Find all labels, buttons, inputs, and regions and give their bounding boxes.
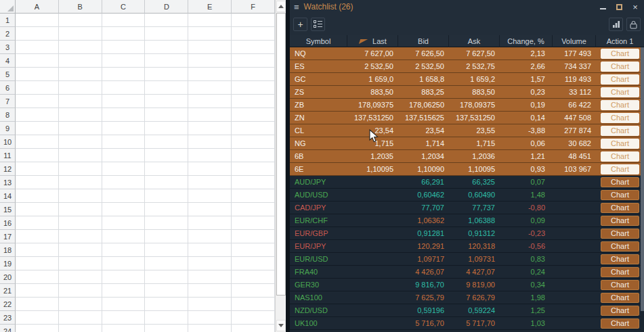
chart-button[interactable]: Chart xyxy=(601,139,639,149)
sheet-cell[interactable] xyxy=(145,14,188,27)
chart-button[interactable]: Chart xyxy=(601,306,639,316)
sheet-cell[interactable] xyxy=(145,189,188,203)
row-header-14[interactable]: 14 xyxy=(0,189,16,203)
add-symbol-button[interactable]: + xyxy=(293,18,307,31)
column-header-B[interactable]: B xyxy=(59,0,102,14)
row-header-5[interactable]: 5 xyxy=(0,68,16,81)
sheet-cell[interactable] xyxy=(145,243,188,257)
watchlist-row-cad-jpy[interactable]: CAD/JPY77,70777,737-0,80Chart xyxy=(290,201,644,214)
sheet-cell[interactable] xyxy=(102,284,146,298)
sheet-cell[interactable] xyxy=(102,149,146,162)
sheet-cell[interactable] xyxy=(188,122,232,135)
sheet-cell[interactable] xyxy=(232,41,275,54)
sheet-cell[interactable] xyxy=(145,230,188,243)
sheet-cell[interactable] xyxy=(232,108,275,122)
minimize-button[interactable] xyxy=(598,2,607,11)
header-bid[interactable]: Bid xyxy=(398,35,449,47)
sheet-cell[interactable] xyxy=(188,95,232,108)
sheet-cell[interactable] xyxy=(16,203,59,216)
sheet-cell[interactable] xyxy=(188,189,232,203)
column-header-D[interactable]: D xyxy=(145,0,188,14)
select-all-corner[interactable] xyxy=(0,0,16,14)
row-header-3[interactable]: 3 xyxy=(0,41,16,54)
chart-button[interactable]: Chart xyxy=(601,62,639,72)
sheet-cell[interactable] xyxy=(102,41,146,54)
row-header-20[interactable]: 20 xyxy=(0,270,16,284)
chart-button[interactable]: Chart xyxy=(601,203,639,213)
sheet-vertical-scrollbar[interactable] xyxy=(275,0,286,332)
sheet-scrollbar-thumb[interactable] xyxy=(276,13,286,295)
sheet-cell[interactable] xyxy=(16,135,59,149)
row-header-1[interactable]: 1 xyxy=(0,14,16,27)
sheet-cell[interactable] xyxy=(145,176,188,189)
header-last[interactable]: Last xyxy=(347,35,398,47)
row-header-8[interactable]: 8 xyxy=(0,108,16,122)
sheet-cell[interactable] xyxy=(188,176,232,189)
chart-button[interactable]: Chart xyxy=(601,126,639,136)
sheet-cell[interactable] xyxy=(188,41,232,54)
column-header-F[interactable]: F xyxy=(232,0,275,14)
row-header-11[interactable]: 11 xyxy=(0,149,16,162)
sheet-cell[interactable] xyxy=(188,270,232,284)
sheet-cell[interactable] xyxy=(102,311,146,325)
watchlist-row-es[interactable]: ES2 532,502 532,502 532,752,66734 337Cha… xyxy=(290,60,644,73)
sheet-cell[interactable] xyxy=(102,108,146,122)
sheet-cell[interactable] xyxy=(59,203,102,216)
watchlist-row-nas100[interactable]: NAS1007 625,797 626,791,98Chart xyxy=(290,291,644,304)
sheet-cell[interactable] xyxy=(188,203,232,216)
sheet-cell[interactable] xyxy=(16,27,59,41)
chart-button[interactable]: Chart xyxy=(601,216,639,226)
sheet-cell[interactable] xyxy=(232,81,275,95)
sheet-cell[interactable] xyxy=(16,122,59,135)
sheet-cell[interactable] xyxy=(102,298,146,311)
sheet-cell[interactable] xyxy=(102,243,146,257)
sheet-cell[interactable] xyxy=(232,176,275,189)
chart-button[interactable]: Chart xyxy=(601,318,639,329)
sheet-cell[interactable] xyxy=(59,54,102,68)
lock-button[interactable] xyxy=(626,18,641,31)
sheet-cell[interactable] xyxy=(232,95,275,108)
sheet-cell[interactable] xyxy=(16,298,59,311)
sheet-cell[interactable] xyxy=(102,176,146,189)
chart-button[interactable]: Chart xyxy=(601,151,639,162)
sheet-cell[interactable] xyxy=(145,162,188,176)
row-header-7[interactable]: 7 xyxy=(0,95,16,108)
chart-button[interactable]: Chart xyxy=(601,177,639,187)
column-header-E[interactable]: E xyxy=(188,0,232,14)
watchlist-titlebar[interactable]: ≡ Watchlist (26) × xyxy=(290,0,644,14)
sheet-cell[interactable] xyxy=(59,284,102,298)
sheet-cell[interactable] xyxy=(59,41,102,54)
sheet-cell[interactable] xyxy=(232,14,275,27)
sheet-cell[interactable] xyxy=(232,122,275,135)
watchlist-row-fra40[interactable]: FRA404 426,074 427,070,24Chart xyxy=(290,266,644,279)
watchlist-row-cl[interactable]: CL23,5423,5423,55-3,88277 874Chart xyxy=(290,124,644,137)
chart-button[interactable]: Chart xyxy=(601,241,639,252)
watchlist-row-gc[interactable]: GC1 659,01 658,81 659,21,57119 493Chart xyxy=(290,73,644,86)
sheet-cell[interactable] xyxy=(232,54,275,68)
sheet-cell[interactable] xyxy=(188,135,232,149)
row-header-12[interactable]: 12 xyxy=(0,162,16,176)
watchlist-row-uk100[interactable]: UK1005 716,705 717,701,03Chart xyxy=(290,317,644,330)
sheet-cell[interactable] xyxy=(59,243,102,257)
sheet-cell[interactable] xyxy=(59,135,102,149)
sheet-cell[interactable] xyxy=(102,162,146,176)
sheet-cell[interactable] xyxy=(102,54,146,68)
chart-button[interactable]: Chart xyxy=(601,100,639,110)
column-header-A[interactable]: A xyxy=(16,0,59,14)
chart-button[interactable]: Chart xyxy=(601,280,639,290)
chart-button[interactable]: Chart xyxy=(601,49,639,59)
row-header-16[interactable]: 16 xyxy=(0,216,16,230)
row-header-18[interactable]: 18 xyxy=(0,243,16,257)
watchlist-row-aud-jpy[interactable]: AUD/JPY66,29166,3250,07Chart xyxy=(290,176,644,189)
sheet-cell[interactable] xyxy=(232,216,275,230)
sheet-cell[interactable] xyxy=(145,149,188,162)
bar-chart-button[interactable] xyxy=(609,18,623,31)
sheet-cell[interactable] xyxy=(232,203,275,216)
sheet-cell[interactable] xyxy=(188,27,232,41)
sheet-cell[interactable] xyxy=(102,14,146,27)
sheet-cell[interactable] xyxy=(59,176,102,189)
sheet-cell[interactable] xyxy=(16,325,59,332)
sheet-cell[interactable] xyxy=(188,54,232,68)
header-ask[interactable]: Ask xyxy=(449,35,500,47)
sheet-cell[interactable] xyxy=(232,68,275,81)
